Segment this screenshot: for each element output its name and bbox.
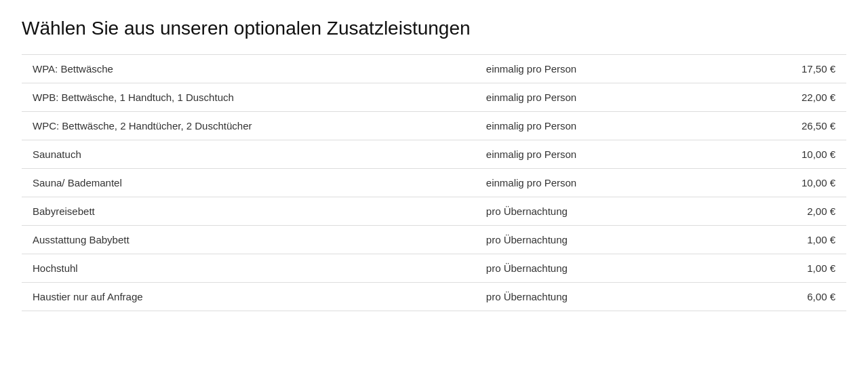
- service-price: 22,00 €: [682, 83, 846, 112]
- service-name: Haustier nur auf Anfrage: [22, 283, 475, 311]
- service-name: WPC: Bettwäsche, 2 Handtücher, 2 Duschtü…: [22, 112, 475, 140]
- service-price: 26,50 €: [682, 112, 846, 140]
- service-frequency: einmalig pro Person: [475, 112, 682, 140]
- table-row: Babyreisebettpro Übernachtung2,00 €: [22, 197, 846, 226]
- table-row: WPB: Bettwäsche, 1 Handtuch, 1 Duschtuch…: [22, 83, 846, 112]
- service-frequency: einmalig pro Person: [475, 140, 682, 169]
- service-frequency: pro Übernachtung: [475, 283, 682, 311]
- service-price: 6,00 €: [682, 283, 846, 311]
- service-name: WPB: Bettwäsche, 1 Handtuch, 1 Duschtuch: [22, 83, 475, 112]
- service-price: 1,00 €: [682, 254, 846, 283]
- service-name: Saunatuch: [22, 140, 475, 169]
- service-price: 10,00 €: [682, 140, 846, 169]
- service-frequency: einmalig pro Person: [475, 169, 682, 197]
- table-row: Ausstattung Babybettpro Übernachtung1,00…: [22, 226, 846, 254]
- table-row: Hochstuhlpro Übernachtung1,00 €: [22, 254, 846, 283]
- table-row: Haustier nur auf Anfragepro Übernachtung…: [22, 283, 846, 311]
- service-price: 10,00 €: [682, 169, 846, 197]
- service-frequency: einmalig pro Person: [475, 83, 682, 112]
- table-row: Sauna/ Bademanteleinmalig pro Person10,0…: [22, 169, 846, 197]
- service-price: 1,00 €: [682, 226, 846, 254]
- services-table: WPA: Bettwäscheeinmalig pro Person17,50 …: [22, 54, 846, 311]
- table-row: WPA: Bettwäscheeinmalig pro Person17,50 …: [22, 55, 846, 83]
- page-title: Wählen Sie aus unseren optionalen Zusatz…: [22, 16, 846, 41]
- service-name: Sauna/ Bademantel: [22, 169, 475, 197]
- service-frequency: einmalig pro Person: [475, 55, 682, 83]
- service-frequency: pro Übernachtung: [475, 226, 682, 254]
- service-name: Ausstattung Babybett: [22, 226, 475, 254]
- service-name: Babyreisebett: [22, 197, 475, 226]
- service-name: Hochstuhl: [22, 254, 475, 283]
- service-price: 2,00 €: [682, 197, 846, 226]
- service-frequency: pro Übernachtung: [475, 197, 682, 226]
- service-frequency: pro Übernachtung: [475, 254, 682, 283]
- table-row: WPC: Bettwäsche, 2 Handtücher, 2 Duschtü…: [22, 112, 846, 140]
- table-row: Saunatucheinmalig pro Person10,00 €: [22, 140, 846, 169]
- service-name: WPA: Bettwäsche: [22, 55, 475, 83]
- service-price: 17,50 €: [682, 55, 846, 83]
